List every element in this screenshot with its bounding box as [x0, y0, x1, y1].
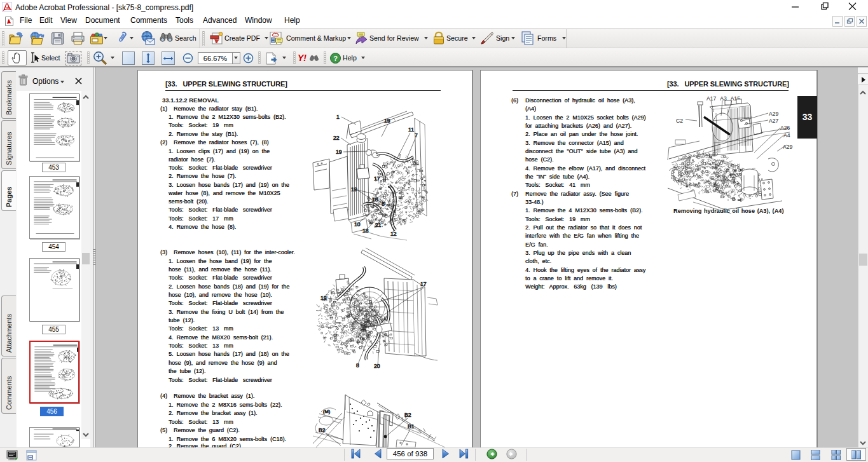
svg-text:19: 19 [384, 118, 390, 124]
svg-text:19: 19 [336, 149, 342, 155]
svg-text:8: 8 [356, 362, 359, 369]
svg-text:19: 19 [351, 186, 357, 193]
svg-text:7: 7 [415, 132, 418, 139]
svg-text:12: 12 [390, 231, 397, 237]
svg-text:20: 20 [374, 363, 380, 369]
svg-text:22: 22 [333, 135, 340, 141]
svg-text:11: 11 [408, 126, 414, 133]
svg-text:17: 17 [420, 281, 427, 287]
svg-text:1: 1 [336, 114, 340, 120]
svg-text:18: 18 [372, 196, 378, 203]
svg-text:(M): (M) [323, 409, 331, 414]
svg-text:19: 19 [320, 295, 327, 301]
svg-text:B2: B2 [319, 427, 326, 433]
svg-text:21: 21 [375, 222, 382, 228]
svg-text:B2: B2 [404, 412, 411, 418]
svg-text:B1: B1 [408, 423, 415, 430]
svg-text:17: 17 [374, 175, 380, 182]
